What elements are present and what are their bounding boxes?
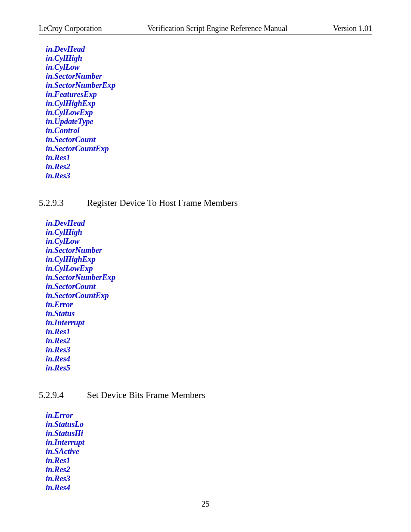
member-item: in.SectorCount [46, 282, 372, 291]
member-item: in.Res3 [46, 345, 372, 355]
page-container: LeCroy Corporation Verification Script E… [0, 0, 411, 492]
page-header: LeCroy Corporation Verification Script E… [39, 24, 372, 34]
member-item: in.Res2 [46, 336, 372, 345]
member-item: in.Res4 [46, 355, 372, 364]
member-item: in.DevHead [46, 219, 372, 228]
member-item: in.SectorCount [46, 135, 372, 144]
member-item: in.SActive [46, 447, 372, 456]
member-item: in.SectorNumberExp [46, 273, 372, 282]
member-item: in.CylLowExp [46, 264, 372, 273]
section-number: 5.2.9.4 [39, 390, 87, 401]
member-item: in.DevHead [46, 45, 372, 54]
member-item: in.Res5 [46, 364, 372, 373]
member-item: in.Interrupt [46, 318, 372, 327]
member-item: in.Error [46, 300, 372, 309]
member-item: in.CylLow [46, 237, 372, 246]
section-heading-5-2-9-4: 5.2.9.4 Set Device Bits Frame Members [39, 390, 372, 401]
member-item: in.Res2 [46, 162, 372, 171]
member-item: in.StatusLo [46, 420, 372, 429]
section-heading-5-2-9-3: 5.2.9.3 Register Device To Host Frame Me… [39, 198, 372, 208]
member-item: in.SectorCountExp [46, 291, 372, 300]
member-item: in.Res4 [46, 483, 372, 492]
member-item: in.Res3 [46, 171, 372, 180]
member-item: in.FeaturesExp [46, 90, 372, 99]
member-item: in.StatusHi [46, 429, 372, 438]
section-title: Set Device Bits Frame Members [87, 390, 372, 401]
member-item: in.Res1 [46, 327, 372, 336]
header-left: LeCroy Corporation [39, 24, 102, 33]
member-item: in.Res1 [46, 456, 372, 465]
member-list-3: in.Errorin.StatusLoin.StatusHiin.Interru… [46, 411, 372, 492]
member-item: in.CylLow [46, 63, 372, 72]
member-item: in.Res2 [46, 465, 372, 474]
member-item: in.SectorNumber [46, 246, 372, 255]
member-item: in.Res1 [46, 153, 372, 162]
member-item: in.CylHighExp [46, 99, 372, 108]
member-item: in.SectorNumberExp [46, 81, 372, 90]
header-right: Version 1.01 [333, 24, 372, 33]
member-item: in.CylHigh [46, 54, 372, 63]
member-list-2: in.DevHeadin.CylHighin.CylLowin.SectorNu… [46, 219, 372, 373]
member-item: in.SectorNumber [46, 72, 372, 81]
member-item: in.Error [46, 411, 372, 420]
member-item: in.CylHigh [46, 228, 372, 237]
member-item: in.CylLowExp [46, 108, 372, 117]
member-item: in.Status [46, 309, 372, 318]
member-item: in.SectorCountExp [46, 144, 372, 153]
section-number: 5.2.9.3 [39, 198, 87, 208]
member-item: in.Interrupt [46, 438, 372, 447]
section-title: Register Device To Host Frame Members [87, 198, 372, 208]
page-number: 25 [0, 500, 411, 509]
member-item: in.Control [46, 126, 372, 135]
member-list-1: in.DevHeadin.CylHighin.CylLowin.SectorNu… [46, 45, 372, 180]
header-center: Verification Script Engine Reference Man… [147, 24, 287, 33]
member-item: in.UpdateType [46, 117, 372, 126]
member-item: in.CylHighExp [46, 255, 372, 264]
member-item: in.Res3 [46, 474, 372, 483]
